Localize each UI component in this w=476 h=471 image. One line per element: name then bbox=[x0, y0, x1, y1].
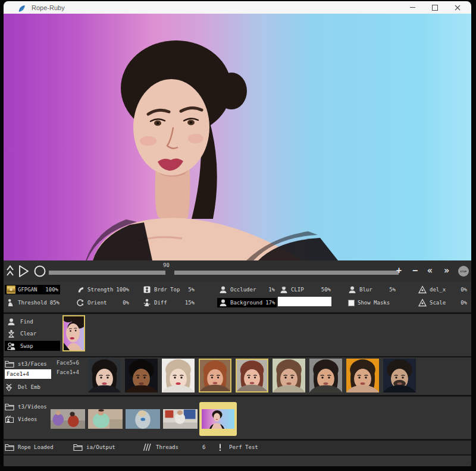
param-gfpgan[interactable]: GFPGAN 100% bbox=[5, 285, 60, 294]
timeline-slider[interactable] bbox=[49, 271, 399, 275]
minimize-icon bbox=[410, 7, 415, 8]
video-thumbnail-0[interactable] bbox=[51, 409, 85, 429]
strength-swoosh-icon bbox=[76, 285, 84, 294]
found-face-thumbnail[interactable] bbox=[62, 315, 85, 351]
param-strength[interactable]: Strength 100% bbox=[74, 285, 131, 294]
source-faces-section: st3/Faces Del Emb Face5+6 Face1+4 bbox=[4, 357, 471, 395]
folder-icon bbox=[5, 443, 13, 451]
target-face-section: Find Clear Swap bbox=[4, 314, 471, 356]
source-face-thumbnail-5[interactable] bbox=[273, 359, 305, 392]
playback-bar: 90 + − « » STOP bbox=[4, 260, 471, 282]
prev-frame-button[interactable]: « bbox=[427, 265, 433, 277]
blur-person-icon bbox=[348, 285, 356, 294]
param-scale[interactable]: Scale 0% bbox=[416, 298, 469, 307]
source-face-thumbnail-0[interactable] bbox=[88, 359, 121, 392]
folder-icon bbox=[5, 403, 13, 411]
embedding-marker-0[interactable]: Face5+6 bbox=[57, 360, 79, 366]
media-type-icon bbox=[5, 415, 13, 423]
videos-mode-button[interactable]: Videos bbox=[5, 415, 37, 423]
app-feather-icon bbox=[18, 4, 26, 11]
app-window: Rope-Ruby bbox=[4, 1, 471, 466]
timeline-handle[interactable] bbox=[165, 271, 174, 275]
del-emb-icon bbox=[5, 383, 13, 391]
threads-icon bbox=[143, 443, 151, 451]
window-title: Rope-Ruby bbox=[32, 4, 65, 11]
video-thumbnail-2[interactable] bbox=[126, 409, 160, 429]
rope-loaded-button[interactable]: Rope Loaded bbox=[5, 443, 54, 451]
video-thumbnail-4[interactable] bbox=[202, 409, 234, 429]
param-diff[interactable]: Diff 15% bbox=[141, 298, 196, 307]
stop-button[interactable]: STOP bbox=[458, 266, 469, 277]
zoom-in-button[interactable]: + bbox=[396, 265, 402, 277]
threshold-figure-icon bbox=[7, 299, 15, 307]
exclamation-icon bbox=[216, 443, 224, 451]
source-face-thumbnail-6[interactable] bbox=[309, 359, 342, 392]
faces-strip bbox=[88, 359, 416, 392]
param-background[interactable]: Background 17% bbox=[217, 298, 277, 307]
zoom-out-button[interactable]: − bbox=[412, 265, 418, 277]
find-button[interactable]: Find bbox=[5, 316, 36, 326]
threads-control[interactable]: Threads 6 bbox=[143, 443, 205, 451]
videos-section: t3/Videos Videos bbox=[4, 397, 471, 439]
param-clip[interactable]: CLIP 50% bbox=[278, 285, 333, 294]
show-masks-toggle[interactable]: Show Masks bbox=[346, 298, 401, 307]
threads-value[interactable]: 6 bbox=[202, 444, 205, 450]
frame-number: 90 bbox=[163, 262, 170, 268]
clip-person-icon bbox=[280, 285, 288, 294]
source-face-thumbnail-8[interactable] bbox=[383, 359, 416, 392]
embedding-name-input[interactable] bbox=[5, 369, 51, 379]
clip-text-input[interactable] bbox=[278, 297, 331, 306]
clear-hourglass-icon bbox=[7, 329, 15, 338]
source-face-thumbnail-3[interactable] bbox=[199, 359, 231, 392]
video-thumbnail-3[interactable] bbox=[163, 409, 198, 429]
source-face-thumbnail-1[interactable] bbox=[125, 359, 158, 392]
folder-icon bbox=[5, 360, 13, 368]
output-folder-button[interactable]: ia/Output bbox=[73, 443, 115, 451]
video-thumbnail-1[interactable] bbox=[88, 409, 123, 429]
found-face-image bbox=[64, 316, 84, 350]
folder-icon bbox=[73, 443, 82, 451]
maximize-button[interactable] bbox=[424, 1, 446, 14]
param-occluder[interactable]: Occluder 1% bbox=[217, 285, 277, 294]
param-del-x[interactable]: del_x 0% bbox=[416, 285, 469, 294]
status-bar: Rope Loaded ia/Output Threads 6 Perf Tes… bbox=[4, 441, 471, 454]
param-orient[interactable]: Orient 0% bbox=[74, 298, 131, 307]
bottom-empty-row bbox=[4, 456, 471, 466]
faces-folder-button[interactable]: st3/Faces bbox=[5, 360, 47, 368]
videos-folder-button[interactable]: t3/Videos bbox=[5, 403, 47, 411]
del-x-triangle-icon bbox=[418, 285, 427, 294]
record-button[interactable] bbox=[33, 265, 46, 278]
param-threshold[interactable]: Threshold 85% bbox=[5, 298, 60, 307]
close-icon bbox=[455, 5, 461, 11]
preview-frame-image bbox=[4, 14, 471, 260]
next-frame-button[interactable]: » bbox=[444, 265, 449, 277]
embedding-marker-1[interactable]: Face1+4 bbox=[57, 369, 79, 375]
title-bar: Rope-Ruby bbox=[4, 1, 471, 14]
param-brdr-top[interactable]: Brdr Top 5% bbox=[141, 285, 196, 294]
clear-button[interactable]: Clear bbox=[5, 328, 39, 338]
parameters-panel: GFPGAN 100% Strength 100% Brdr Top 5% Oc… bbox=[4, 282, 471, 312]
video-preview bbox=[4, 14, 471, 260]
stop-label: STOP bbox=[460, 270, 466, 273]
del-emb-button[interactable]: Del Emb bbox=[5, 383, 40, 391]
source-face-thumbnail-7[interactable] bbox=[346, 359, 379, 392]
minimize-button[interactable] bbox=[401, 1, 424, 14]
source-face-thumbnail-4[interactable] bbox=[236, 359, 268, 392]
close-button[interactable] bbox=[446, 1, 469, 14]
marker-up-icon[interactable] bbox=[6, 264, 14, 278]
param-blur[interactable]: Blur 5% bbox=[346, 285, 397, 294]
swap-button[interactable]: Swap bbox=[5, 341, 60, 351]
maximize-icon bbox=[432, 5, 438, 11]
gfpgan-icon bbox=[7, 285, 15, 294]
source-face-thumbnail-2[interactable] bbox=[162, 359, 195, 392]
scale-triangle-icon bbox=[418, 299, 427, 307]
occluder-person-icon bbox=[219, 285, 227, 294]
swap-people-icon bbox=[7, 342, 15, 350]
video-thumbnail-selected-pad[interactable] bbox=[199, 402, 237, 436]
orient-rotate-icon bbox=[76, 299, 84, 307]
show-masks-checkbox[interactable] bbox=[348, 300, 355, 306]
perf-test-button[interactable]: Perf Test bbox=[216, 443, 258, 451]
diff-person-icon bbox=[143, 299, 151, 307]
border-updown-icon bbox=[143, 285, 151, 294]
play-button[interactable] bbox=[18, 264, 30, 278]
